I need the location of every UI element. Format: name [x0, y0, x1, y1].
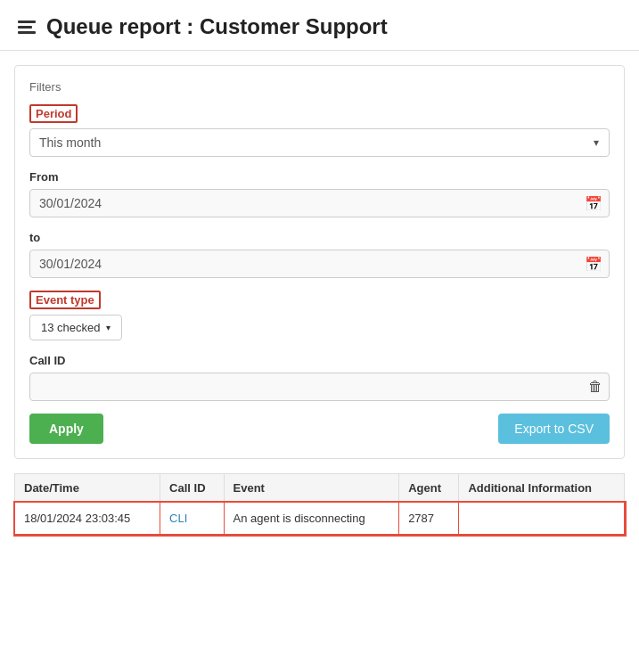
event-type-dropdown[interactable]: 13 checked ▾	[29, 315, 122, 340]
col-datetime: Date/Time	[15, 474, 160, 503]
from-label: From	[29, 170, 59, 184]
export-csv-button[interactable]: Export to CSV	[498, 414, 610, 444]
table-body: 18/01/2024 23:03:45 CLI An agent is disc…	[15, 503, 625, 535]
period-select[interactable]: This month Last month This week Last wee…	[29, 128, 610, 157]
event-type-field-group: Event type 13 checked ▾	[29, 291, 610, 340]
cell-datetime: 18/01/2024 23:03:45	[15, 503, 160, 535]
call-id-label: Call ID	[29, 354, 65, 367]
results-table: Date/Time Call ID Event Agent Additional…	[14, 473, 625, 535]
call-id-input[interactable]	[29, 373, 610, 401]
period-field-group: Period This month Last month This week L…	[29, 104, 610, 157]
col-call-id: Call ID	[160, 474, 224, 503]
col-event: Event	[224, 474, 399, 503]
filters-label: Filters	[29, 80, 610, 94]
period-label: Period	[29, 104, 78, 123]
event-type-caret-icon: ▾	[106, 323, 111, 332]
cell-additional-info	[459, 503, 625, 535]
table-row: 18/01/2024 23:03:45 CLI An agent is disc…	[15, 503, 625, 535]
event-type-value: 13 checked	[41, 321, 101, 334]
period-select-wrapper: This month Last month This week Last wee…	[29, 128, 610, 157]
col-additional-info: Additional Information	[459, 474, 625, 503]
cell-agent: 2787	[399, 503, 459, 535]
cell-event: An agent is disconnecting	[224, 503, 399, 535]
page-header: Queue report : Customer Support	[0, 0, 639, 51]
from-field-group: From 📅	[29, 169, 610, 217]
table-header: Date/Time Call ID Event Agent Additional…	[15, 474, 625, 503]
event-type-label: Event type	[29, 291, 101, 309]
filters-panel: Filters Period This month Last month Thi…	[14, 65, 625, 459]
call-id-field-group: Call ID 🗑	[29, 353, 610, 401]
to-label: to	[29, 231, 40, 244]
call-id-link[interactable]: CLI	[169, 512, 187, 525]
col-agent: Agent	[399, 474, 459, 503]
actions-row: Apply Export to CSV	[29, 414, 610, 444]
cell-call-id: CLI	[160, 503, 224, 535]
call-id-input-wrapper: 🗑	[29, 373, 610, 401]
to-input[interactable]	[29, 250, 610, 278]
page-title: Queue report : Customer Support	[46, 14, 388, 39]
from-input[interactable]	[29, 189, 610, 217]
from-input-wrapper: 📅	[29, 189, 610, 217]
to-input-wrapper: 📅	[29, 250, 610, 278]
apply-button[interactable]: Apply	[29, 414, 103, 444]
to-field-group: to 📅	[29, 230, 610, 278]
menu-icon[interactable]	[18, 20, 36, 34]
